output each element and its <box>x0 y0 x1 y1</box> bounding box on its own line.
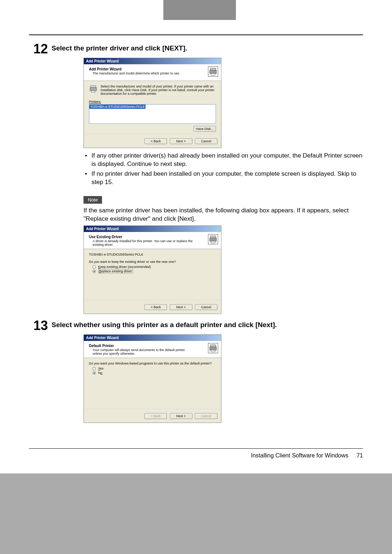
question-text: Do you want to keep the existing driver … <box>89 260 216 264</box>
radio-label: eep existing driver (recommended) <box>101 265 151 269</box>
model-text: TOSHIBA e-STUDIO205Series PCL6 <box>89 253 216 256</box>
svg-rect-10 <box>210 347 217 350</box>
radio-no[interactable]: No <box>93 371 216 375</box>
next-button[interactable]: Next > <box>170 138 192 144</box>
page-footer: Installing Client Software for Windows 7… <box>0 452 392 473</box>
note-badge: Note <box>83 196 102 204</box>
add-printer-wizard-default-printer: Add Printer Wizard Default Printer Your … <box>83 334 221 423</box>
step12-bullets: If any other printer driver(s) had alrea… <box>83 152 363 187</box>
have-disk-button[interactable]: Have Disk... <box>193 126 216 132</box>
dialog-head-sub: The manufacturer and model determine whi… <box>93 72 194 75</box>
cancel-button[interactable]: Cancel <box>195 413 217 419</box>
dialog-body: Select the manufacturer and model of you… <box>84 81 221 134</box>
step-number: 13 <box>29 319 48 332</box>
printer-icon <box>89 85 98 93</box>
dialog-body: Do you want your Windows-based programs … <box>84 358 221 409</box>
radio-icon <box>93 367 96 370</box>
step-title: Select whether using this printer as a d… <box>52 319 363 329</box>
dialog-head-title: Add Printer Wizard <box>89 67 217 71</box>
wizard-1-wrap: Add Printer Wizard Add Printer Wizard Th… <box>83 58 363 148</box>
svg-rect-4 <box>90 87 97 91</box>
dialog-footer: < Back Next > Cancel <box>84 300 221 314</box>
radio-label: eplace existing driver <box>101 269 132 273</box>
printer-icon <box>208 343 218 353</box>
page: 12 Select the printer driver and click [… <box>0 0 392 473</box>
printers-label: Printers: <box>89 100 216 103</box>
step-number: 12 <box>29 42 48 56</box>
back-button[interactable]: < Back <box>144 138 167 144</box>
svg-rect-8 <box>211 241 215 243</box>
printers-listbox[interactable]: TOSHIBA e-STUDIO205Series PCL6 <box>89 104 216 124</box>
add-printer-wizard-select-driver: Add Printer Wizard Add Printer Wizard Th… <box>83 58 221 148</box>
cancel-button[interactable]: Cancel <box>195 138 217 144</box>
note-text: If the same printer driver has been inst… <box>83 207 363 223</box>
back-button[interactable]: < Back <box>144 304 167 310</box>
cancel-button[interactable]: Cancel <box>195 304 217 310</box>
step-13: 13 Select whether using this printer as … <box>29 319 363 332</box>
dialog-titlebar: Add Printer Wizard <box>84 226 221 232</box>
svg-rect-2 <box>211 74 215 76</box>
footer-rule <box>29 448 363 449</box>
dialog-header: Default Printer Your computer will alway… <box>84 341 221 358</box>
top-rule <box>29 34 363 35</box>
back-button[interactable]: < Back <box>144 413 167 419</box>
list-item[interactable]: TOSHIBA e-STUDIO205Series PCL6 <box>89 105 146 109</box>
bullet-item: If any other printer driver(s) had alrea… <box>83 152 363 168</box>
svg-rect-9 <box>211 345 216 347</box>
svg-rect-11 <box>211 350 215 352</box>
next-button[interactable]: Next > <box>170 413 192 419</box>
svg-rect-5 <box>91 91 95 92</box>
printer-icon <box>208 234 218 244</box>
page-number: 71 <box>356 452 363 459</box>
svg-rect-7 <box>210 238 217 241</box>
radio-keep-existing[interactable]: Keep existing driver (recommended) <box>93 265 216 269</box>
question-text: Do you want your Windows-based programs … <box>89 362 216 365</box>
dialog-header: Add Printer Wizard The manufacturer and … <box>84 64 221 81</box>
step-12: 12 Select the printer driver and click [… <box>29 42 363 56</box>
dialog-body-text: Select the manufacturer and model of you… <box>101 85 216 95</box>
content-area: 12 Select the printer driver and click [… <box>0 20 392 437</box>
svg-rect-3 <box>91 86 96 87</box>
dialog-titlebar: Add Printer Wizard <box>84 335 221 341</box>
footer-text: Installing Client Software for Windows <box>251 452 348 459</box>
wizard-3-wrap: Add Printer Wizard Default Printer Your … <box>83 334 363 423</box>
radio-icon <box>93 371 96 375</box>
step-title: Select the printer driver and click [NEX… <box>52 42 363 53</box>
svg-rect-6 <box>211 236 216 238</box>
dialog-footer: < Back Next > Cancel <box>84 134 221 148</box>
svg-rect-1 <box>210 70 217 73</box>
dialog-head-title: Use Existing Driver <box>89 235 217 239</box>
dialog-titlebar: Add Printer Wizard <box>84 58 221 64</box>
bullet-item: If no printer driver had been installed … <box>83 170 363 187</box>
printer-icon <box>208 66 218 77</box>
header-area <box>0 0 392 20</box>
dialog-body: TOSHIBA e-STUDIO205Series PCL6 Do you wa… <box>84 249 221 300</box>
header-tab <box>163 0 236 20</box>
wizard-2-wrap: Add Printer Wizard Use Existing Driver A… <box>83 225 363 314</box>
dialog-head-sub: Your computer will always send documents… <box>93 348 194 355</box>
dialog-header: Use Existing Driver A driver is already … <box>84 232 221 249</box>
radio-yes[interactable]: Yes <box>93 367 216 370</box>
next-button[interactable]: Next > <box>170 304 192 310</box>
radio-label: es <box>100 367 104 370</box>
dialog-head-title: Default Printer <box>89 344 217 348</box>
radio-icon <box>93 270 96 273</box>
radio-icon <box>93 265 96 269</box>
dialog-footer: < Back Next > Cancel <box>84 409 221 423</box>
add-printer-wizard-existing-driver: Add Printer Wizard Use Existing Driver A… <box>83 225 221 314</box>
radio-accel: o <box>101 371 102 375</box>
dialog-head-sub: A driver is already installed for this p… <box>93 239 194 247</box>
svg-rect-0 <box>211 68 216 70</box>
radio-replace-existing[interactable]: Replace existing driver <box>93 269 216 273</box>
